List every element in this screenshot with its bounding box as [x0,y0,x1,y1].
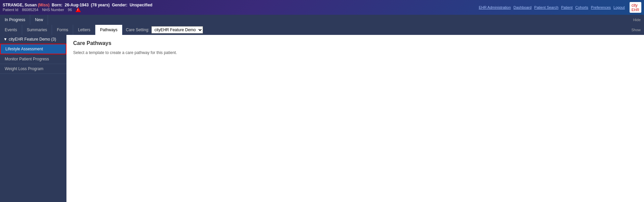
age-value: (78 years) [91,3,110,7]
sidebar-item-monitor-patient-progress[interactable]: Monitor Patient Progress [0,54,66,64]
logo-city: city [632,3,639,8]
warning-icon [76,7,81,12]
content-subtitle: Select a template to create a care pathw… [73,50,637,55]
link-patient-search[interactable]: Patient Search [534,5,558,9]
top-bar: STRANGE, Susan (Miss) Born: 26-Aug-1943 … [0,0,644,15]
tab-pathways[interactable]: Pathways [95,25,122,35]
care-setting-label: Care Setting: [126,28,149,32]
tab-summaries-label: Summaries [27,28,47,32]
tab-new[interactable]: New [30,15,48,25]
sidebar-item-label-0: Lifestyle Assessment [5,47,43,51]
care-setting-bar: Care Setting: cityEHR Feature Demo [122,26,206,34]
tab-in-progress-label: In Progress [5,17,25,22]
tab-letters-label: Letters [78,28,90,32]
sidebar-item-label-2: Weight Loss Program [5,66,43,71]
gender-label: Gender: [112,3,127,7]
nav-bar: In Progress New Hide [0,15,644,25]
show-button[interactable]: Show [628,28,644,32]
nhs-label: NHS Number [42,8,64,12]
dob-label: Born: [52,3,62,7]
tab-new-label: New [35,17,43,22]
sidebar-item-weight-loss-program[interactable]: Weight Loss Program [0,64,66,74]
tab-forms-label: Forms [57,28,68,32]
link-dashboard[interactable]: Dashboard [513,5,532,9]
patient-name: STRANGE, Susan (Miss) Born: 26-Aug-1943 … [3,3,152,7]
care-setting-select[interactable]: cityEHR Feature Demo [151,26,203,34]
link-cohorts[interactable]: Cohorts [575,5,588,9]
link-ehr-admin[interactable]: EHR Administration [479,5,511,9]
logo: city EHR [630,2,641,13]
page-title: Care Pathways [73,40,637,46]
patient-header: STRANGE, Susan (Miss) Born: 26-Aug-1943 … [3,3,152,12]
sidebar-group-header[interactable]: ▼ cityEHR Feature Demo (3) [0,35,66,44]
content-tab-bar: Events Summaries Forms Letters Pathways … [0,25,644,35]
link-logout[interactable]: Logout [613,5,625,9]
tab-letters[interactable]: Letters [73,25,95,35]
id-label: Patient Id [3,8,18,12]
patient-info: Patient Id 86085254 NHS Number 96 [3,7,152,12]
tab-summaries[interactable]: Summaries [22,25,52,35]
hide-button[interactable]: Hide [630,18,644,22]
patient-name-text: STRANGE, Susan [3,3,37,7]
tab-pathways-label: Pathways [100,28,117,32]
sidebar-item-label-1: Monitor Patient Progress [5,57,49,61]
sidebar: ▼ cityEHR Feature Demo (3) Lifestyle Ass… [0,35,66,202]
link-preferences[interactable]: Preferences [591,5,611,9]
dob-value: 26-Aug-1943 [65,3,89,7]
chevron-down-icon: ▼ [3,37,7,42]
sidebar-group-label: cityEHR Feature Demo (3) [9,37,56,42]
top-links: EHR Administration Dashboard Patient Sea… [479,5,625,9]
gender-value: Unspecified [130,3,152,7]
patient-title: (Miss) [38,3,50,7]
main-layout: ▼ cityEHR Feature Demo (3) Lifestyle Ass… [0,35,644,202]
link-patient[interactable]: Patient [561,5,573,9]
tab-in-progress[interactable]: In Progress [0,15,30,25]
top-right: EHR Administration Dashboard Patient Sea… [479,2,641,13]
tab-forms[interactable]: Forms [52,25,73,35]
sidebar-item-lifestyle-assessment[interactable]: Lifestyle Assessment [0,44,66,54]
tab-events-label: Events [5,28,17,32]
content-area: Care Pathways Select a template to creat… [66,35,644,202]
logo-ehr: EHR [632,8,639,12]
tab-events[interactable]: Events [0,25,22,35]
patient-id: 86085254 [22,8,39,12]
nhs-number: 96 [68,8,72,12]
